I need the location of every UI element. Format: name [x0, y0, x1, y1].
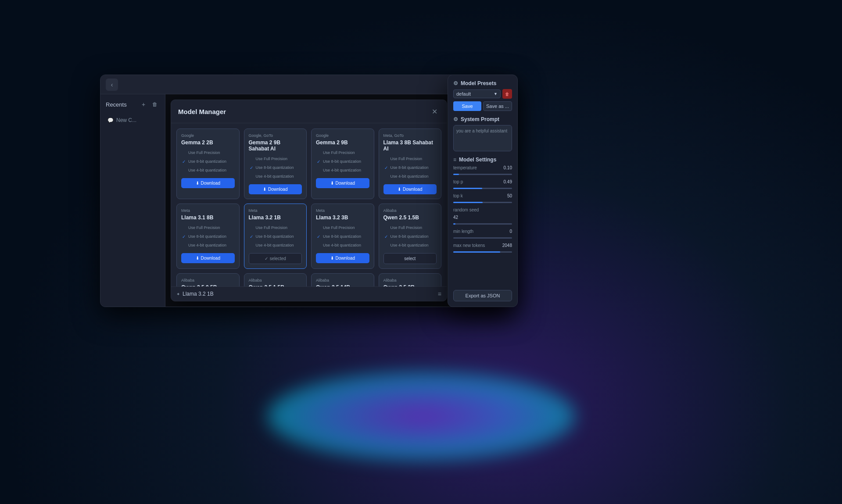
- option-text: Use Full Precision: [188, 225, 220, 230]
- max-tokens-label: max new tokens: [453, 243, 485, 248]
- footer-model-label: Llama 3.2 1B: [183, 291, 214, 297]
- model-option: Use 4-bit quantization: [249, 242, 302, 249]
- model-brand: Meta: [249, 208, 302, 213]
- add-chat-button[interactable]: +: [139, 100, 148, 109]
- download-icon: ⬇: [196, 181, 199, 186]
- option-text: Use 8-bit quantization: [391, 165, 429, 170]
- save-preset-button[interactable]: Save: [453, 101, 481, 111]
- collapse-button[interactable]: ‹: [106, 79, 118, 91]
- max-tokens-value: 2048: [502, 243, 512, 248]
- select-button-qwen25-15b[interactable]: select: [383, 253, 437, 264]
- model-card-qwen25-15b-select: Alibaba Qwen 2.5 1.5B Use Full Precision…: [379, 204, 442, 269]
- option-text: Use Full Precision: [256, 157, 288, 161]
- model-option: Use 4-bit quantization: [249, 173, 302, 180]
- download-button-llama32-3b[interactable]: ⬇ Download: [316, 253, 369, 263]
- model-card-qwen25-15b-partial: Alibaba Qwen 2.5 1.5B: [244, 273, 307, 286]
- top-p-label: top p: [453, 179, 463, 184]
- preset-dropdown[interactable]: default ▼: [453, 89, 501, 98]
- delete-button[interactable]: 🗑: [150, 100, 160, 109]
- preset-buttons: Save Save as ...: [453, 101, 512, 111]
- model-option: Use 4-bit quantization: [181, 167, 235, 174]
- download-button-gemma2-9b[interactable]: ⬇ Download: [316, 178, 369, 188]
- min-length-slider[interactable]: [453, 237, 512, 239]
- model-name: Gemma 2 2B: [181, 139, 235, 146]
- option-text: Use Full Precision: [323, 225, 355, 230]
- export-json-button[interactable]: Export as JSON: [453, 290, 512, 301]
- model-option: Use 4-bit quantization: [383, 242, 437, 249]
- top-p-slider[interactable]: [453, 188, 512, 189]
- option-text: Use Full Precision: [391, 157, 423, 161]
- list-view-button[interactable]: ≡: [438, 290, 441, 297]
- right-panel: ⚙ Model Presets default ▼ 🗑 Save Save as…: [448, 75, 518, 307]
- check-filled: ✓: [383, 234, 389, 239]
- check-empty: [383, 156, 389, 161]
- download-button-gemma2-9b-sahabat[interactable]: ⬇ Download: [249, 184, 302, 194]
- checkmark-icon: ✓: [317, 159, 320, 164]
- option-text: Use 8-bit quantization: [391, 234, 429, 239]
- model-name: Llama 3.2 3B: [316, 214, 369, 221]
- trash-icon: 🗑: [505, 92, 509, 97]
- presets-title-label: Model Presets: [461, 80, 496, 86]
- top-k-label: top k: [453, 193, 463, 198]
- sidebar: Recents + 🗑 💬 New C...: [100, 94, 165, 307]
- check-filled: ✓: [316, 234, 321, 239]
- random-seed-row: random seed: [453, 207, 512, 212]
- max-tokens-slider[interactable]: [453, 251, 512, 253]
- model-card-gemma2-9b: Google Gemma 2 9B Use Full Precision ✓ U…: [311, 129, 374, 199]
- random-seed-value-row: 42: [453, 215, 512, 220]
- preset-delete-button[interactable]: 🗑: [502, 89, 512, 99]
- model-option: ✓ Use 8-bit quantization: [316, 158, 369, 165]
- model-option: ✓ Use 8-bit quantization: [316, 233, 369, 240]
- temperature-slider[interactable]: [453, 174, 512, 175]
- system-prompt-title-label: System Prompt: [461, 116, 499, 122]
- system-prompt-text: you are a helpful assistant: [456, 129, 507, 133]
- model-option: Use Full Precision: [316, 149, 369, 156]
- system-prompt-textarea[interactable]: you are a helpful assistant: [453, 125, 512, 151]
- checkmark-icon: ✓: [250, 234, 253, 239]
- option-text: Use Full Precision: [323, 150, 355, 155]
- download-button-llama31-8b[interactable]: ⬇ Download: [181, 253, 235, 263]
- dropdown-icon: ▼: [494, 92, 498, 96]
- download-label: Download: [268, 187, 287, 192]
- random-seed-label: random seed: [453, 207, 479, 212]
- model-settings-icon: ≡: [453, 157, 456, 163]
- model-option: ✓ Use 8-bit quantization: [181, 233, 235, 240]
- random-seed-value: 42: [453, 215, 458, 220]
- star-icon: ✦: [176, 292, 180, 297]
- min-length-label: min length: [453, 229, 473, 234]
- download-label: Download: [336, 181, 355, 186]
- random-seed-slider[interactable]: [453, 223, 512, 225]
- check-empty: [181, 225, 186, 230]
- check-filled: ✓: [181, 234, 186, 239]
- sidebar-item-label: New C...: [116, 117, 136, 123]
- min-length-row: min length 0: [453, 229, 512, 234]
- presets-icon: ⚙: [453, 80, 458, 86]
- selected-label: selected: [270, 256, 286, 261]
- check-empty: [316, 225, 321, 230]
- option-text: Use 8-bit quantization: [323, 234, 361, 239]
- modal-close-button[interactable]: ✕: [429, 106, 440, 117]
- model-option: ✓ Use 8-bit quantization: [383, 164, 437, 171]
- model-option: Use 4-bit quantization: [316, 167, 369, 174]
- download-button-llama3-8b-sahabat[interactable]: ⬇ Download: [383, 184, 437, 194]
- modal-body[interactable]: Google Gemma 2 2B Use Full Precision ✓ U…: [171, 123, 447, 286]
- option-text: Use Full Precision: [256, 225, 288, 230]
- top-k-slider[interactable]: [453, 202, 512, 203]
- model-settings-title-label: Model Settings: [459, 157, 496, 163]
- download-button-gemma2-2b[interactable]: ⬇ Download: [181, 178, 235, 188]
- sidebar-item-new-chat[interactable]: 💬 New C...: [104, 114, 161, 126]
- model-option: Use Full Precision: [181, 149, 235, 156]
- check-empty: [181, 243, 186, 248]
- min-length-value: 0: [509, 229, 512, 234]
- check-filled: ✓: [383, 165, 389, 170]
- top-p-row: top p 0.49: [453, 179, 512, 184]
- check-empty: [249, 174, 254, 179]
- check-filled: ✓: [316, 159, 321, 164]
- save-as-preset-button[interactable]: Save as ...: [483, 101, 512, 111]
- random-seed-fill: [453, 223, 455, 225]
- temperature-value: 0.10: [504, 165, 512, 170]
- check-empty: [181, 150, 186, 155]
- checkmark-icon: ✓: [384, 234, 388, 239]
- top-p-value: 0.49: [504, 179, 512, 184]
- model-name: Gemma 2 9B Sahabat AI: [249, 139, 302, 152]
